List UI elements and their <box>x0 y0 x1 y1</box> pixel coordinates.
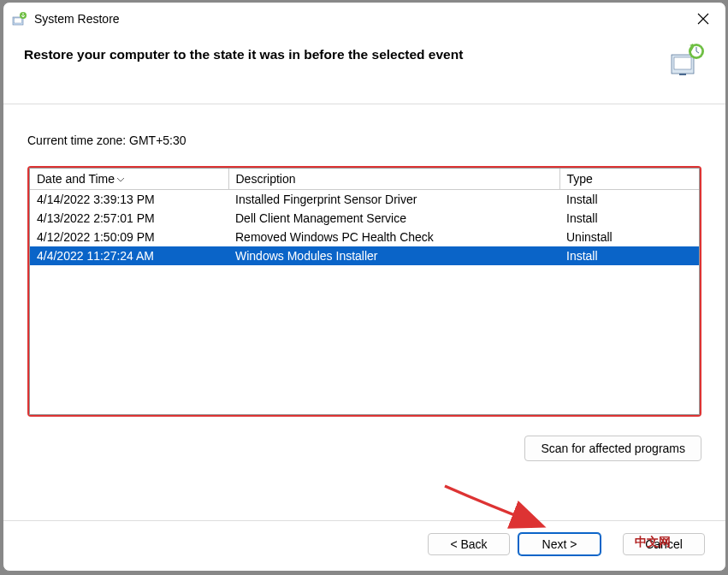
table-cell-date: 4/4/2022 11:27:24 AM <box>30 246 228 265</box>
table-row[interactable]: 4/12/2022 1:50:09 PMRemoved Windows PC H… <box>30 228 699 246</box>
svg-rect-1 <box>15 18 22 23</box>
content-area: Current time zone: GMT+5:30 Date and Tim… <box>3 104 725 520</box>
sort-descending-icon <box>116 172 125 186</box>
table-cell-desc: Windows Modules Installer <box>228 246 559 265</box>
page-heading: Restore your computer to the state it wa… <box>24 42 652 62</box>
table-cell-date: 4/14/2022 3:39:13 PM <box>30 190 228 209</box>
restore-hero-icon <box>669 42 705 78</box>
close-icon <box>697 13 709 25</box>
system-restore-app-icon <box>12 11 27 27</box>
table-cell-date: 4/13/2022 2:57:01 PM <box>30 209 228 228</box>
table-cell-desc: Dell Client Management Service <box>228 209 559 228</box>
table-cell-type: Uninstall <box>559 228 699 246</box>
table-row[interactable]: 4/13/2022 2:57:01 PMDell Client Manageme… <box>30 209 699 228</box>
svg-rect-5 <box>679 74 686 75</box>
close-button[interactable] <box>684 6 722 32</box>
scan-affected-programs-button[interactable]: Scan for affected programs <box>524 436 701 461</box>
table-cell-type: Install <box>559 246 699 265</box>
table-row[interactable]: 4/14/2022 3:39:13 PMInstalled Fingerprin… <box>30 190 699 209</box>
wizard-footer: < Back Next > Cancel 中文网 <box>3 520 725 571</box>
back-button[interactable]: < Back <box>428 533 510 555</box>
table-cell-desc: Installed Fingerprint Sensor Driver <box>228 190 559 209</box>
table-cell-type: Install <box>559 190 699 209</box>
table-empty-area <box>30 265 699 414</box>
window-title: System Restore <box>34 12 120 26</box>
column-header-description[interactable]: Description <box>228 169 559 190</box>
timezone-label: Current time zone: GMT+5:30 <box>27 133 701 147</box>
column-header-type[interactable]: Type <box>559 169 699 190</box>
system-restore-window: System Restore Restore your computer to … <box>3 2 726 572</box>
table-cell-date: 4/12/2022 1:50:09 PM <box>30 228 228 246</box>
restore-points-table: Date and Time Description Type 4/14/2022… <box>27 166 701 417</box>
table-cell-type: Install <box>559 209 699 228</box>
next-button[interactable]: Next > <box>518 533 601 555</box>
svg-rect-4 <box>674 57 691 69</box>
table-row[interactable]: 4/4/2022 11:27:24 AMWindows Modules Inst… <box>30 246 699 265</box>
column-header-date[interactable]: Date and Time <box>30 169 228 190</box>
table-header-row: Date and Time Description Type <box>30 169 699 190</box>
cancel-button[interactable]: Cancel <box>623 533 705 555</box>
header-panel: Restore your computer to the state it wa… <box>3 35 725 104</box>
titlebar: System Restore <box>3 3 725 35</box>
table-cell-desc: Removed Windows PC Health Check <box>228 228 559 246</box>
